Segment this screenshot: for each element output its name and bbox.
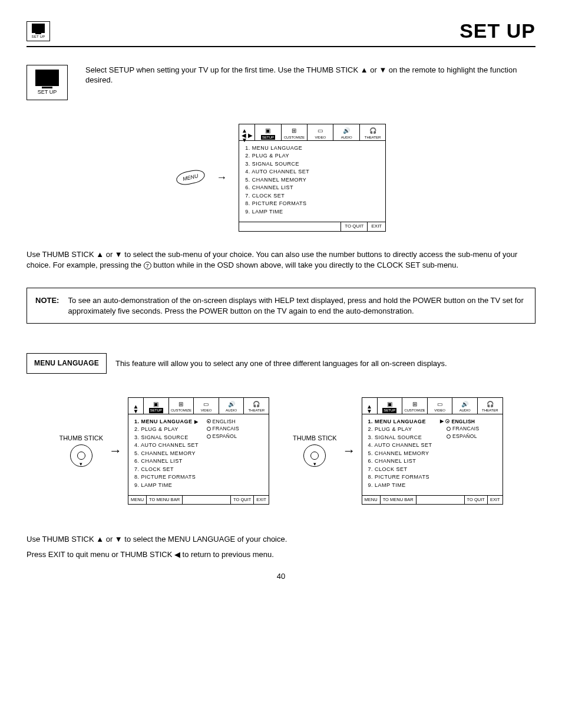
footer-exit: EXIT <box>367 222 385 231</box>
instruction-2: Press EXIT to quit menu or THUMB STICK ◀… <box>27 549 535 560</box>
osd-right: ▲▼ ▣SETUP ⊞CUSTOMIZE ▭VIDEO 🔊AUDIO 🎧THEA… <box>362 397 503 505</box>
main-osd-diagram: MENU → ▲◀ ▶▼ ▣SETUP ⊞CUSTOMIZE ▭VIDEO 🔊A… <box>27 124 535 232</box>
thumb-stick-label: THUMB STICK <box>293 434 337 442</box>
osd-item: 3. SIGNAL SOURCE <box>245 160 379 169</box>
osd-item: 6. CHANNEL LIST <box>245 184 379 192</box>
circled-seven-icon: 7 <box>144 262 151 269</box>
note-label: NOTE: <box>35 295 59 316</box>
radio-icon <box>207 427 211 431</box>
osd-item: 9. LAMP TIME <box>245 208 379 216</box>
osd-main: ▲◀ ▶▼ ▣SETUP ⊞CUSTOMIZE ▭VIDEO 🔊AUDIO 🎧T… <box>239 124 386 232</box>
setup-icon-small: SET UP <box>27 21 50 41</box>
tab-setup: SETUP <box>261 135 275 140</box>
setup-icon-label: SET UP <box>32 34 45 39</box>
radio-selected-icon <box>445 419 449 423</box>
osd-footer: TO QUIT EXIT <box>239 222 385 231</box>
menu-button-graphic: MENU <box>175 169 206 187</box>
menu-language-label: MENU LANGUAGE <box>27 353 107 373</box>
intro-row: SET UP Select SETUP when setting your TV… <box>27 65 535 100</box>
page-number: 40 <box>27 571 535 582</box>
setup-icon-large-label: SET UP <box>38 88 57 95</box>
tab-customize: CUSTOMIZE <box>284 135 305 140</box>
osd-tabs: ▲◀ ▶▼ ▣SETUP ⊞CUSTOMIZE ▭VIDEO 🔊AUDIO 🎧T… <box>239 124 385 141</box>
tab-video: VIDEO <box>315 135 326 140</box>
diagram-left: THUMB STICK → ▲▼ ▣SETUP ⊞CUSTOMIZE ▭VIDE… <box>59 397 269 505</box>
page-header: SET UP SET UP <box>27 18 535 47</box>
footer-quit: TO QUIT <box>340 222 367 231</box>
tab-theater: THEATER <box>365 135 381 140</box>
osd-left: ▲▼ ▣SETUP ⊞CUSTOMIZE ▭VIDEO 🔊AUDIO 🎧THEA… <box>128 397 269 505</box>
note-box: NOTE: To see an auto-demonstration of th… <box>27 288 535 324</box>
intro-text: Select SETUP when setting your TV up for… <box>85 65 535 85</box>
thumb-stick-icon <box>70 444 92 467</box>
thumb-stick-label: THUMB STICK <box>59 434 103 442</box>
menu-language-desc: This feature will allow you to select an… <box>115 358 447 369</box>
osd-item: 8. PICTURE FORMATS <box>245 200 379 208</box>
diagram-row: THUMB STICK → ▲▼ ▣SETUP ⊞CUSTOMIZE ▭VIDE… <box>27 397 535 505</box>
note-text: To see an auto-demonstration of the on-s… <box>68 295 527 316</box>
osd-item: 2. PLUG & PLAY <box>245 152 379 160</box>
arrow-icon: → <box>216 170 227 185</box>
menu-language-header: MENU LANGUAGE This feature will allow yo… <box>27 353 535 373</box>
setup-icon-large: SET UP <box>27 65 68 100</box>
osd-item: 4. AUTO CHANNEL SET <box>245 168 379 176</box>
paragraph-submenu: Use THUMB STICK ▲ or ▼ to select the sub… <box>27 249 535 270</box>
arrow-icon: → <box>109 442 122 460</box>
diagram-right: THUMB STICK → ▲▼ ▣SETUP ⊞CUSTOMIZE ▭VIDE… <box>293 397 503 505</box>
arrow-icon: → <box>343 442 356 460</box>
page-title: SET UP <box>459 18 535 45</box>
tab-audio: AUDIO <box>341 135 352 140</box>
instruction-1: Use THUMB STICK ▲ or ▼ to select the MEN… <box>27 534 535 545</box>
thumb-stick-icon <box>303 444 326 467</box>
radio-selected-icon <box>207 419 211 423</box>
osd-item: 7. CLOCK SET <box>245 192 379 200</box>
osd-item: 5. CHANNEL MEMORY <box>245 176 379 185</box>
osd-item: 1. MENU LANGUAGE <box>245 144 379 153</box>
osd-body: 1. MENU LANGUAGE 2. PLUG & PLAY 3. SIGNA… <box>239 141 385 222</box>
radio-icon <box>447 434 451 439</box>
radio-icon <box>447 427 451 431</box>
radio-icon <box>207 434 211 439</box>
